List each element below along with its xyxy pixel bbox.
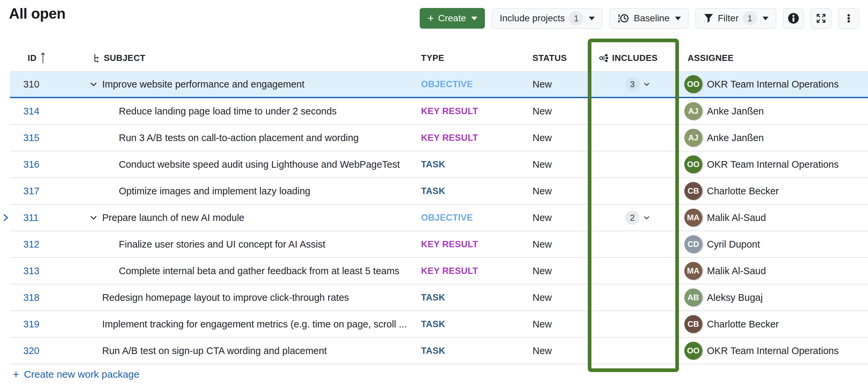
work-package-id-link[interactable]: 314	[23, 106, 39, 117]
table-row[interactable]: 320Run A/B test on sign-up CTA wording a…	[10, 338, 868, 364]
plus-icon: +	[427, 12, 434, 24]
assignee-cell: OOOKR Team Internal Operations	[684, 342, 839, 360]
assignee-name[interactable]: Aleksy Bugaj	[707, 292, 763, 303]
status-label: New	[532, 212, 552, 223]
baseline-button[interactable]: Baseline	[610, 8, 688, 29]
assignee-avatar: CD	[684, 235, 702, 253]
status-label: New	[532, 186, 552, 197]
assignee-cell: CBCharlotte Becker	[684, 315, 779, 333]
includes-count-badge: 3	[625, 77, 640, 91]
assignee-avatar: AJ	[684, 102, 702, 120]
subject-text: Redesign homepage layout to improve clic…	[102, 292, 349, 303]
assignee-name[interactable]: Anke Janßen	[707, 106, 764, 117]
table-row[interactable]: 316Conduct website speed audit using Lig…	[10, 152, 868, 178]
toolbar: + Create Include projects 1 Baseline Fil…	[420, 8, 859, 29]
assignee-cell: CBCharlotte Becker	[684, 182, 779, 200]
table-row[interactable]: 311Prepare launch of new AI moduleOBJECT…	[10, 205, 868, 231]
work-package-id-link[interactable]: 320	[23, 346, 39, 356]
baseline-clock-icon	[617, 12, 630, 25]
assignee-cell: MAMalik Al-Saud	[684, 209, 766, 227]
assignee-avatar: CB	[684, 315, 702, 333]
subject-text: Run A/B test on sign-up CTA wording and …	[102, 346, 327, 356]
status-label: New	[532, 106, 552, 117]
includes-count-badge: 2	[625, 210, 640, 225]
subject-text: Run 3 A/B tests on call-to-action placem…	[119, 132, 359, 143]
assignee-name[interactable]: Cyril Dupont	[707, 239, 760, 250]
status-label: New	[532, 292, 552, 303]
column-header-includes[interactable]: INCLUDES	[599, 53, 658, 63]
assignee-name[interactable]: Anke Janßen	[707, 132, 764, 143]
includes-count-dropdown[interactable]: 3	[625, 77, 650, 91]
assignee-cell: OOOKR Team Internal Operations	[684, 155, 839, 173]
more-options-button[interactable]	[838, 8, 859, 29]
include-projects-count-badge: 1	[569, 11, 583, 25]
assignee-name[interactable]: OKR Team Internal Operations	[707, 159, 839, 170]
chevron-down-icon	[589, 17, 595, 20]
includes-count-dropdown[interactable]: 2	[625, 210, 650, 225]
table-row[interactable]: 310Improve website performance and engag…	[10, 71, 868, 98]
work-package-id-link[interactable]: 316	[23, 159, 39, 170]
work-package-id-link[interactable]: 315	[23, 132, 39, 143]
table-row[interactable]: 317Optimize images and implement lazy lo…	[10, 178, 868, 205]
create-new-work-package-link[interactable]: + Create new work package	[13, 369, 140, 380]
assignee-name[interactable]: Charlotte Becker	[707, 186, 779, 197]
type-label: KEY RESULT	[421, 266, 478, 276]
assignee-name[interactable]: OKR Team Internal Operations	[707, 79, 839, 90]
create-new-work-package-label: Create new work package	[24, 369, 140, 380]
assignee-name[interactable]: Charlotte Becker	[707, 319, 779, 330]
work-package-id-link[interactable]: 317	[23, 186, 39, 197]
table-row[interactable]: 312Finalize user stories and UI concept …	[10, 231, 868, 258]
work-package-id-link[interactable]: 311	[23, 212, 39, 223]
work-package-id-link[interactable]: 318	[23, 292, 39, 303]
assignee-name[interactable]: Malik Al-Saud	[707, 212, 766, 223]
table-row[interactable]: 315Run 3 A/B tests on call-to-action pla…	[10, 125, 868, 152]
type-label: OBJECTIVE	[421, 213, 473, 223]
assignee-avatar: MA	[684, 262, 702, 280]
subject-text: Complete internal beta and gather feedba…	[119, 266, 399, 276]
type-label: TASK	[421, 293, 445, 303]
subject-text: Implement tracking for engagement metric…	[102, 319, 407, 330]
table-header-row: ID SUBJECT TYPE STATUS	[10, 44, 868, 71]
assignee-name[interactable]: Malik Al-Saud	[707, 266, 766, 276]
assignee-cell: AJAnke Janßen	[684, 129, 764, 147]
column-header-assignee[interactable]: ASSIGNEE	[688, 53, 734, 63]
expand-arrows-icon	[815, 12, 827, 24]
column-header-subject[interactable]: SUBJECT	[93, 53, 146, 63]
status-label: New	[532, 239, 552, 250]
create-button[interactable]: + Create	[420, 8, 485, 29]
type-label: KEY RESULT	[421, 106, 478, 117]
info-button[interactable]	[783, 8, 804, 29]
assignee-name[interactable]: OKR Team Internal Operations	[707, 346, 839, 356]
fullscreen-button[interactable]	[811, 8, 831, 29]
work-package-id-link[interactable]: 312	[23, 239, 39, 250]
status-label: New	[532, 79, 552, 90]
work-package-id-link[interactable]: 319	[23, 319, 39, 330]
work-package-id-link[interactable]: 310	[23, 79, 39, 90]
filter-button[interactable]: Filter 1	[695, 8, 776, 29]
filter-label: Filter	[718, 13, 739, 24]
table-row[interactable]: 319Implement tracking for engagement met…	[10, 311, 868, 338]
collapse-children-chevron-icon[interactable]	[89, 80, 98, 89]
assignee-avatar: CB	[684, 182, 702, 200]
subject-text: Reduce landing page load time to under 2…	[119, 106, 337, 117]
column-header-status[interactable]: STATUS	[532, 53, 567, 63]
type-label: KEY RESULT	[421, 133, 478, 143]
assignee-avatar: OO	[684, 155, 702, 173]
table-row[interactable]: 313Complete internal beta and gather fee…	[10, 258, 868, 285]
column-header-id[interactable]: ID	[28, 52, 46, 64]
collapse-children-chevron-icon[interactable]	[89, 213, 98, 222]
assignee-cell: CDCyril Dupont	[684, 235, 760, 253]
type-label: OBJECTIVE	[421, 79, 473, 90]
kebab-menu-icon	[843, 13, 855, 24]
table-row[interactable]: 314Reduce landing page load time to unde…	[10, 98, 868, 125]
plus-icon: +	[13, 368, 19, 380]
column-header-assignee-label: ASSIGNEE	[688, 53, 734, 63]
include-projects-button[interactable]: Include projects 1	[492, 8, 602, 29]
filter-count-badge: 1	[743, 11, 757, 25]
assignee-avatar: OO	[684, 75, 702, 93]
type-label: TASK	[421, 186, 445, 196]
column-header-type[interactable]: TYPE	[421, 53, 444, 63]
subject-text: Optimize images and implement lazy loadi…	[119, 186, 310, 197]
table-row[interactable]: 318Redesign homepage layout to improve c…	[10, 285, 868, 311]
work-package-id-link[interactable]: 313	[23, 266, 39, 276]
